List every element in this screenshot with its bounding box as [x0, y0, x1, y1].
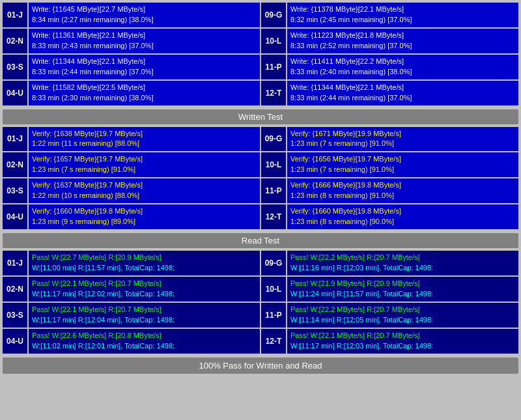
- verify-data-10-L: Verify: {1656 MByte}[19.7 MByte/s]1:23 m…: [287, 152, 518, 177]
- write-row-11-P: 11-PWrite: {11411 MByte}[22.2 MByte/s]8:…: [261, 55, 518, 79]
- pass-id-03-S: 03-S: [3, 303, 27, 328]
- verify-data-04-U: Verify: {1660 MByte}[19.8 MByte/s]1:23 m…: [29, 204, 260, 229]
- write-right-col: 09-GWrite: {11378 MByte}[22.1 MByte/s]8:…: [261, 3, 518, 107]
- write-data-03-S: Write: {11344 MByte}[22.1 MByte/s]8:33 m…: [29, 55, 260, 79]
- row-id-11-P: 11-P: [261, 55, 286, 79]
- verify-data-11-P: Verify: {1666 MByte}[19.8 MByte/s]1:23 m…: [287, 178, 518, 203]
- verify-right-col: 09-GVerify: {1671 MByte}[19.9 MByte/s]1:…: [261, 127, 518, 231]
- pass-row-01-J: 01-JPass! W:[22.7 MByte/s] R:[20.9 MByte…: [3, 251, 260, 275]
- write-row-09-G: 09-GWrite: {11378 MByte}[22.1 MByte/s]8:…: [261, 3, 518, 27]
- verify-data-03-S: Verify: {1637 MByte}[19.7 MByte/s]1:22 m…: [29, 178, 260, 203]
- pass-id-11-P: 11-P: [261, 303, 286, 328]
- verify-id-03-S: 03-S: [3, 178, 27, 203]
- row-id-01-J: 01-J: [3, 3, 27, 27]
- pass-grid: 01-JPass! W:[22.7 MByte/s] R:[20.9 MByte…: [3, 251, 518, 355]
- pass-row-03-S: 03-SPass! W:[22.1 MByte/s] R:[20.7 MByte…: [3, 303, 260, 328]
- row-id-10-L: 10-L: [261, 29, 286, 53]
- pass-data-02-N: Pass! W:[22.1 MByte/s] R:[20.7 MByte/s]W…: [29, 277, 260, 301]
- row-id-12-T: 12-T: [261, 81, 286, 105]
- pass-data-11-P: Pass! W:[22.2 MByte/s] R:[20.7 MByte/s]W…: [287, 303, 518, 328]
- pass-section: 01-JPass! W:[22.7 MByte/s] R:[20.9 MByte…: [3, 251, 518, 355]
- verify-id-01-J: 01-J: [3, 127, 27, 152]
- pass-data-12-T: Pass! W:[22.1 MByte/s] R:[20.7 MByte/s]W…: [287, 329, 518, 354]
- pass-id-04-U: 04-U: [3, 329, 27, 354]
- verify-section: 01-JVerify: {1638 MByte}[19.7 MByte/s]1:…: [3, 127, 518, 249]
- write-grid: 01-JWrite: {11645 MByte}[22.7 MByte/s]8:…: [3, 3, 518, 107]
- write-row-02-N: 02-NWrite: {11361 MByte}[22.1 MByte/s]8:…: [3, 29, 260, 53]
- pass-row-09-G: 09-GPass! W:[22.2 MByte/s] R:[20.7 MByte…: [261, 251, 518, 275]
- pass-row-02-N: 02-NPass! W:[22.1 MByte/s] R:[20.7 MByte…: [3, 277, 260, 301]
- pass-row-12-T: 12-TPass! W:[22.1 MByte/s] R:[20.7 MByte…: [261, 329, 518, 354]
- pass-row-10-L: 10-LPass! W:[21.9 MByte/s] R:[20.9 MByte…: [261, 277, 518, 301]
- write-row-01-J: 01-JWrite: {11645 MByte}[22.7 MByte/s]8:…: [3, 3, 260, 27]
- pass-data-04-U: Pass! W:[22.6 MByte/s] R:[20.8 MByte/s]W…: [29, 329, 260, 354]
- verify-row-01-J: 01-JVerify: {1638 MByte}[19.7 MByte/s]1:…: [3, 127, 260, 152]
- write-data-04-U: Write: {11582 MByte}[22.5 MByte/s]8:33 m…: [29, 81, 260, 105]
- pass-row-04-U: 04-UPass! W:[22.6 MByte/s] R:[20.8 MByte…: [3, 329, 260, 354]
- write-row-10-L: 10-LWrite: {11223 MByte}[21.8 MByte/s]8:…: [261, 29, 518, 53]
- verify-id-02-N: 02-N: [3, 152, 27, 177]
- verify-data-09-G: Verify: {1671 MByte}[19.9 MByte/s]1:23 m…: [287, 127, 518, 152]
- written-test-label: Written Test: [3, 109, 518, 124]
- write-data-02-N: Write: {11361 MByte}[22.1 MByte/s]8:33 m…: [29, 29, 260, 53]
- verify-id-09-G: 09-G: [261, 127, 286, 152]
- verify-id-10-L: 10-L: [261, 152, 286, 177]
- pass-row-11-P: 11-PPass! W:[22.2 MByte/s] R:[20.7 MByte…: [261, 303, 518, 328]
- write-row-12-T: 12-TWrite: {11344 MByte}[22.1 MByte/s]8:…: [261, 81, 518, 105]
- verify-id-12-T: 12-T: [261, 204, 286, 229]
- verify-row-12-T: 12-TVerify: {1660 MByte}[19.8 MByte/s]1:…: [261, 204, 518, 229]
- pass-data-09-G: Pass! W:[22.2 MByte/s] R:[20.7 MByte/s]W…: [287, 251, 518, 275]
- pass-data-10-L: Pass! W:[21.9 MByte/s] R:[20.9 MByte/s]W…: [287, 277, 518, 301]
- row-id-04-U: 04-U: [3, 81, 27, 105]
- write-section: 01-JWrite: {11645 MByte}[22.7 MByte/s]8:…: [3, 3, 518, 124]
- row-id-03-S: 03-S: [3, 55, 27, 79]
- pass-id-01-J: 01-J: [3, 251, 27, 275]
- write-data-10-L: Write: {11223 MByte}[21.8 MByte/s]8:33 m…: [287, 29, 518, 53]
- pass-data-03-S: Pass! W:[22.1 MByte/s] R:[20.7 MByte/s]W…: [29, 303, 260, 328]
- pass-id-10-L: 10-L: [261, 277, 286, 301]
- write-data-09-G: Write: {11378 MByte}[22.1 MByte/s]8:32 m…: [287, 3, 518, 27]
- pass-right-col: 09-GPass! W:[22.2 MByte/s] R:[20.7 MByte…: [261, 251, 518, 355]
- write-data-12-T: Write: {11344 MByte}[22.1 MByte/s]8:33 m…: [287, 81, 518, 105]
- verify-data-12-T: Verify: {1660 MByte}[19.8 MByte/s]1:23 m…: [287, 204, 518, 229]
- verify-left-col: 01-JVerify: {1638 MByte}[19.7 MByte/s]1:…: [3, 127, 260, 231]
- verify-grid: 01-JVerify: {1638 MByte}[19.7 MByte/s]1:…: [3, 127, 518, 231]
- verify-id-04-U: 04-U: [3, 204, 27, 229]
- pass-id-02-N: 02-N: [3, 277, 27, 301]
- verify-data-02-N: Verify: {1657 MByte}[19.7 MByte/s]1:23 m…: [29, 152, 260, 177]
- pass-data-01-J: Pass! W:[22.7 MByte/s] R:[20.9 MByte/s]W…: [29, 251, 260, 275]
- pass-left-col: 01-JPass! W:[22.7 MByte/s] R:[20.9 MByte…: [3, 251, 260, 355]
- verify-row-09-G: 09-GVerify: {1671 MByte}[19.9 MByte/s]1:…: [261, 127, 518, 152]
- write-data-11-P: Write: {11411 MByte}[22.2 MByte/s]8:33 m…: [287, 55, 518, 79]
- verify-data-01-J: Verify: {1638 MByte}[19.7 MByte/s]1:22 m…: [29, 127, 260, 152]
- pass-id-09-G: 09-G: [261, 251, 286, 275]
- main-container: 01-JWrite: {11645 MByte}[22.7 MByte/s]8:…: [0, 0, 521, 376]
- bottom-status: 100% Pass for Written and Read: [3, 357, 518, 374]
- verify-row-04-U: 04-UVerify: {1660 MByte}[19.8 MByte/s]1:…: [3, 204, 260, 229]
- read-test-label: Read Test: [3, 233, 518, 248]
- verify-row-02-N: 02-NVerify: {1657 MByte}[19.7 MByte/s]1:…: [3, 152, 260, 177]
- row-id-09-G: 09-G: [261, 3, 286, 27]
- row-id-02-N: 02-N: [3, 29, 27, 53]
- write-data-01-J: Write: {11645 MByte}[22.7 MByte/s]8:34 m…: [29, 3, 260, 27]
- verify-row-11-P: 11-PVerify: {1666 MByte}[19.8 MByte/s]1:…: [261, 178, 518, 203]
- pass-id-12-T: 12-T: [261, 329, 286, 354]
- verify-row-03-S: 03-SVerify: {1637 MByte}[19.7 MByte/s]1:…: [3, 178, 260, 203]
- write-row-03-S: 03-SWrite: {11344 MByte}[22.1 MByte/s]8:…: [3, 55, 260, 79]
- write-left-col: 01-JWrite: {11645 MByte}[22.7 MByte/s]8:…: [3, 3, 260, 107]
- write-row-04-U: 04-UWrite: {11582 MByte}[22.5 MByte/s]8:…: [3, 81, 260, 105]
- verify-row-10-L: 10-LVerify: {1656 MByte}[19.7 MByte/s]1:…: [261, 152, 518, 177]
- verify-id-11-P: 11-P: [261, 178, 286, 203]
